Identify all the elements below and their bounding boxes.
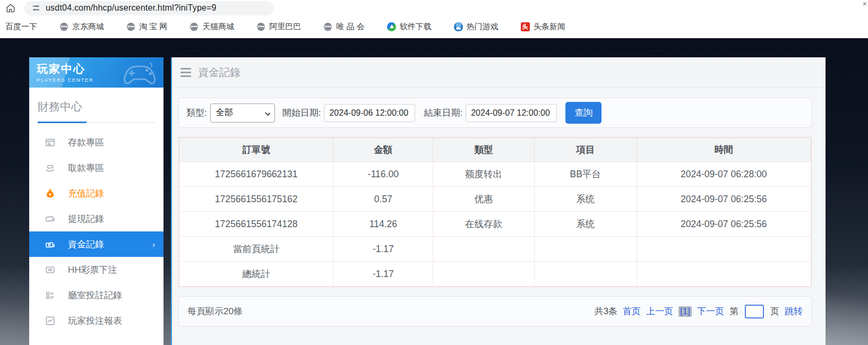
cell-amount: -1.17 bbox=[333, 237, 433, 262]
money-bag-icon: ¥ bbox=[45, 188, 55, 199]
withdraw-icon bbox=[45, 163, 55, 173]
bookmark-label: 天猫商城 bbox=[202, 22, 234, 32]
sidebar-item-label: 充值記錄 bbox=[68, 187, 104, 200]
sidebar-item-recharge-records[interactable]: ¥ 充值記錄 bbox=[29, 180, 164, 206]
address-bar[interactable]: usdt04.com/hhcp/usercenter.html?iniType=… bbox=[24, 1, 274, 15]
sidebar-section: 財務中心 bbox=[29, 88, 164, 123]
bookmark-label: 淘 宝 网 bbox=[139, 22, 167, 32]
bookmark-alibaba[interactable]: 阿里巴巴 bbox=[256, 22, 301, 32]
bookmark-taobao[interactable]: 淘 宝 网 bbox=[126, 22, 167, 32]
first-page-link[interactable]: 首页 bbox=[623, 305, 641, 317]
deposit-icon bbox=[45, 137, 55, 148]
cell-amount: 0.57 bbox=[333, 187, 433, 212]
cell-time: 2024-09-07 06:25:56 bbox=[637, 212, 811, 237]
globe-icon bbox=[126, 22, 135, 31]
cell-order-no: 1725661556174128 bbox=[179, 212, 333, 237]
sidebar-item-label: HH彩票下注 bbox=[68, 264, 117, 276]
menu-icon[interactable] bbox=[181, 68, 191, 77]
globe-icon bbox=[190, 22, 199, 31]
banknotes-icon bbox=[45, 214, 55, 224]
sidebar-subtitle: PLAYERS CENTER bbox=[37, 77, 164, 83]
bookmark-label: 软件下载 bbox=[400, 22, 432, 32]
site-settings-icon[interactable] bbox=[32, 4, 40, 12]
bookmark-toutiao[interactable]: 头 头条新闻 bbox=[521, 22, 565, 32]
page-background: 玩家中心 PLAYERS CENTER 財務中心 存款專區 取款專區 ¥ 充值記… bbox=[0, 38, 868, 345]
main-panel: 資金記錄 類型: 全部 開始日期: 結束日期: 查詢 訂單號 金額 類型 bbox=[171, 57, 826, 345]
sidebar-item-label: 廳室投註記錄 bbox=[68, 289, 122, 301]
col-order-no: 訂單號 bbox=[179, 138, 333, 162]
chart-report-icon bbox=[45, 316, 55, 326]
cell-type: 优惠 bbox=[433, 187, 534, 212]
bookmark-baidu[interactable]: 百度一下 bbox=[5, 22, 37, 32]
end-date-label: 結束日期: bbox=[424, 107, 462, 119]
bookmark-vip[interactable]: 唯 品 会 bbox=[323, 22, 364, 32]
type-select-value: 全部 bbox=[216, 107, 233, 118]
penguin-icon bbox=[454, 22, 463, 31]
sidebar-item-lottery-bets[interactable]: HH彩票下注 bbox=[29, 257, 164, 282]
page-jump-input[interactable] bbox=[745, 305, 764, 318]
cell-type: 在线存款 bbox=[433, 212, 534, 237]
globe-icon bbox=[323, 22, 332, 31]
table-row-grand-total: 總統計 -1.17 bbox=[179, 262, 811, 287]
globe-icon bbox=[256, 22, 265, 31]
filter-bar: 類型: 全部 開始日期: 結束日期: 查詢 bbox=[178, 98, 812, 128]
next-page-link[interactable]: 下一页 bbox=[697, 305, 724, 317]
bookmark-label: 唯 品 会 bbox=[336, 22, 364, 32]
type-label: 類型: bbox=[186, 107, 207, 119]
table-row-page-total: 當前頁統計 -1.17 bbox=[179, 237, 811, 262]
pagination-bar: 每頁顯示20條 共3条 首页 上一页 [1] 下一页 第 页 跳转 bbox=[178, 296, 812, 326]
pager: 共3条 首页 上一页 [1] 下一页 第 页 跳转 bbox=[595, 305, 803, 318]
total-count: 共3条 bbox=[595, 305, 617, 317]
col-amount: 金額 bbox=[333, 138, 433, 162]
bookmark-label: 阿里巴巴 bbox=[269, 22, 301, 32]
url-text[interactable]: usdt04.com/hhcp/usercenter.html?iniType=… bbox=[46, 3, 217, 13]
current-page: [1] bbox=[678, 306, 692, 317]
sidebar-item-deposit[interactable]: 存款專區 bbox=[29, 130, 164, 155]
page-title: 資金記錄 bbox=[198, 65, 240, 80]
cell-time: 2024-09-07 06:25:56 bbox=[637, 187, 811, 212]
sidebar-item-withdraw[interactable]: 取款專區 bbox=[29, 155, 164, 180]
cell-time: 2024-09-07 06:28:00 bbox=[637, 162, 811, 187]
content-header: 資金記錄 bbox=[172, 57, 826, 88]
sidebar-item-label: 玩家投注報表 bbox=[68, 315, 122, 327]
bookmark-games[interactable]: 热门游戏 bbox=[454, 22, 499, 32]
sidebar-item-hall-bet-records[interactable]: 廳室投註記錄 bbox=[29, 282, 164, 308]
cell-label: 當前頁統計 bbox=[179, 237, 333, 262]
cell-item: 系统 bbox=[534, 212, 637, 237]
cell-item: 系统 bbox=[534, 187, 637, 212]
table-row: 1725661556175162 0.57 优惠 系统 2024-09-07 0… bbox=[179, 187, 811, 212]
cell-item: BB平台 bbox=[534, 162, 637, 187]
col-item: 項目 bbox=[534, 138, 637, 162]
jump-link[interactable]: 跳转 bbox=[785, 305, 803, 317]
sidebar-item-funds-records[interactable]: 資金記錄 › bbox=[29, 231, 164, 257]
start-date-input[interactable] bbox=[324, 104, 415, 122]
end-date-input[interactable] bbox=[466, 104, 557, 122]
cell-amount: 114.26 bbox=[333, 212, 433, 237]
type-select[interactable]: 全部 bbox=[210, 104, 275, 123]
sidebar-item-label: 取款專區 bbox=[68, 162, 104, 174]
bookmark-jd[interactable]: 京东商城 bbox=[59, 22, 104, 32]
bookmark-label: 百度一下 bbox=[5, 22, 37, 32]
page-size-text: 每頁顯示20條 bbox=[187, 305, 243, 317]
search-button[interactable]: 查詢 bbox=[565, 102, 601, 124]
section-divider bbox=[38, 122, 155, 123]
table-row: 1725661679662131 -116.00 额度转出 BB平台 2024-… bbox=[179, 162, 811, 187]
bookmark-label: 京东商城 bbox=[72, 22, 104, 32]
prev-page-link[interactable]: 上一页 bbox=[646, 305, 673, 317]
home-icon[interactable] bbox=[5, 3, 16, 13]
bookmarks-bar: 百度一下 京东商城 淘 宝 网 天猫商城 阿里巴巴 唯 品 会 软件下载 热门游… bbox=[0, 16, 868, 38]
sidebar-item-cashout-records[interactable]: 提現記錄 bbox=[29, 206, 164, 231]
close-icon[interactable]: × bbox=[863, 0, 867, 7]
sidebar-item-label: 資金記錄 bbox=[68, 238, 104, 251]
bookmark-software[interactable]: 软件下载 bbox=[387, 22, 432, 32]
list-squares-icon bbox=[45, 290, 55, 300]
sidebar-item-player-bet-report[interactable]: 玩家投注報表 bbox=[29, 308, 164, 333]
start-date-label: 開始日期: bbox=[282, 107, 321, 119]
funds-icon bbox=[45, 239, 55, 249]
sidebar-header: 玩家中心 PLAYERS CENTER bbox=[29, 57, 164, 88]
table-header-row: 訂單號 金額 類型 項目 時間 bbox=[179, 138, 811, 162]
chevron-down-icon bbox=[265, 110, 270, 115]
sidebar-item-label: 存款專區 bbox=[68, 136, 104, 149]
bookmark-tmall[interactable]: 天猫商城 bbox=[190, 22, 234, 32]
cell-order-no: 1725661679662131 bbox=[179, 162, 333, 187]
